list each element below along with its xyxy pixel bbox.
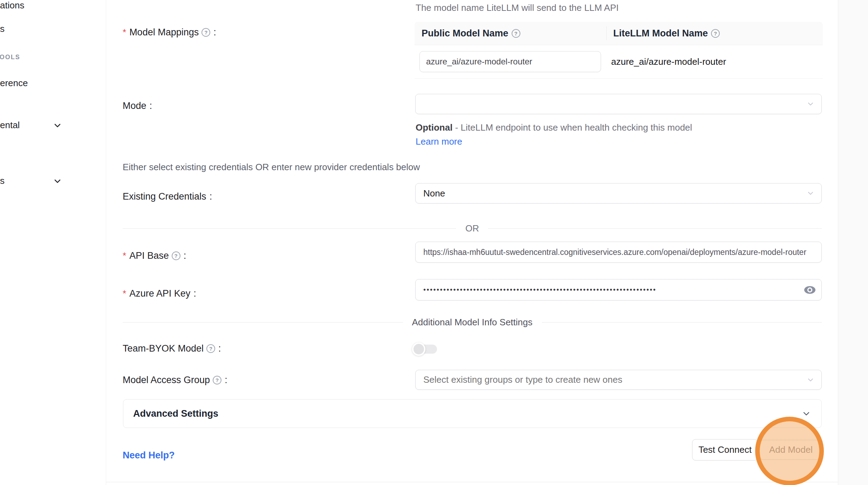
azure-api-key-label: * Azure API Key : (123, 287, 196, 300)
sidebar-item-label: ations (0, 0, 24, 11)
label-colon: : (150, 101, 152, 111)
column-header-litellm-model-name: LiteLLM Model Name ? (606, 28, 720, 39)
label-text: Azure API Key (129, 288, 190, 299)
or-divider: OR (123, 221, 822, 235)
or-divider-text: OR (465, 223, 479, 234)
chevron-down-icon (806, 375, 815, 384)
advanced-settings-title: Advanced Settings (133, 408, 218, 419)
toggle-knob (412, 342, 425, 356)
chevron-down-icon (806, 189, 815, 198)
help-icon[interactable]: ? (172, 251, 180, 260)
model-mappings-label: * Model Mappings ? : (123, 26, 216, 39)
label-text: Team-BYOK Model (123, 343, 204, 354)
model-access-group-label: Model Access Group ? : (123, 374, 227, 386)
additional-settings-divider-text: Additional Model Info Settings (412, 317, 533, 328)
azure-api-key-input[interactable]: ••••••••••••••••••••••••••••••••••••••••… (415, 279, 822, 300)
team-byok-label: Team-BYOK Model ? : (123, 342, 221, 355)
sidebar-item-api-reference[interactable]: erence (0, 77, 28, 89)
label-colon: : (210, 191, 212, 202)
required-marker: * (123, 250, 126, 261)
sidebar-item-experimental[interactable]: ental (0, 119, 20, 131)
sidebar-item-organizations[interactable]: ations (0, 0, 24, 12)
credentials-note: Either select existing credentials OR en… (123, 161, 420, 173)
label-colon: : (184, 250, 186, 261)
label-colon: : (213, 27, 216, 38)
model-mappings-table: Public Model Name ? LiteLLM Model Name ?… (415, 22, 823, 79)
header-divider (606, 26, 607, 40)
help-icon[interactable]: ? (711, 29, 720, 38)
column-header-label: Public Model Name (422, 28, 508, 39)
sidebar-item-users[interactable]: s (0, 22, 5, 35)
help-icon[interactable]: ? (206, 344, 215, 353)
api-base-input-field[interactable] (423, 242, 818, 262)
help-icon[interactable]: ? (201, 28, 210, 37)
help-icon[interactable]: ? (213, 376, 221, 384)
label-text: Mode (123, 101, 146, 111)
learn-more-link[interactable]: Learn more (416, 136, 462, 147)
chevron-down-icon[interactable] (53, 176, 62, 186)
chevron-down-icon (801, 408, 812, 419)
api-base-input[interactable] (415, 242, 822, 263)
column-header-label: LiteLLM Model Name (613, 28, 708, 39)
existing-credentials-select[interactable]: None (415, 183, 822, 203)
required-marker: * (123, 27, 126, 38)
divider-line (488, 228, 822, 229)
add-model-page: { "ui": { "required_marker": "*", "colon… (0, 0, 868, 485)
sidebar-item-label: s (0, 175, 5, 186)
label-text: Existing Credentials (123, 191, 206, 202)
public-model-name-input[interactable] (419, 51, 601, 72)
label-colon: : (193, 288, 196, 299)
need-help-link[interactable]: Need Help? (123, 449, 175, 462)
label-colon: : (225, 375, 227, 386)
model-name-helper-text: The model name LiteLLM will send to the … (416, 1, 619, 14)
divider-line (123, 228, 456, 229)
chevron-down-icon (806, 99, 815, 109)
required-marker: * (123, 288, 126, 299)
mode-label: Mode : (123, 99, 152, 112)
label-text: Model Access Group (123, 375, 210, 386)
hint-bold: Optional (416, 122, 452, 133)
chevron-down-icon[interactable] (53, 120, 62, 130)
column-header-public-model-name: Public Model Name ? (415, 28, 606, 39)
sidebar-item-label: s (0, 23, 5, 34)
team-byok-toggle[interactable] (414, 345, 437, 354)
masked-api-key: ••••••••••••••••••••••••••••••••••••••••… (423, 286, 656, 294)
mode-hint: Optional - LiteLLM endpoint to use when … (416, 120, 700, 148)
table-row: azure_ai/azure-model-router (415, 45, 823, 79)
divider-line (542, 322, 822, 323)
annotation-circle (755, 417, 824, 485)
card-bottom-border (106, 482, 838, 482)
divider-line (123, 322, 403, 323)
mode-select[interactable] (415, 94, 822, 114)
sidebar-item-label: ental (0, 120, 20, 131)
help-icon[interactable]: ? (512, 29, 520, 38)
label-colon: : (218, 343, 221, 354)
eye-icon[interactable] (804, 285, 816, 295)
page-background-strip (838, 0, 868, 485)
api-base-label: * API Base ? : (123, 249, 186, 262)
additional-settings-divider: Additional Model Info Settings (123, 315, 822, 329)
label-text: Model Mappings (129, 27, 199, 38)
sidebar-item-label: erence (0, 78, 28, 89)
advanced-settings-panel[interactable]: Advanced Settings (123, 399, 822, 428)
sidebar-item-settings[interactable]: s (0, 174, 5, 187)
hint-text: - LiteLLM endpoint to use when health ch… (452, 122, 692, 133)
sidebar: ations s TOOLS erence ental s (0, 0, 106, 485)
model-access-group-select[interactable] (415, 370, 822, 390)
label-text: API Base (129, 250, 169, 261)
table-header-row: Public Model Name ? LiteLLM Model Name ? (415, 22, 823, 45)
test-connect-button[interactable]: Test Connect (692, 439, 758, 460)
existing-credentials-label: Existing Credentials : (123, 190, 212, 203)
sidebar-section-tools: TOOLS (0, 51, 20, 63)
selected-value: None (423, 188, 445, 199)
public-model-name-input-field[interactable] (426, 51, 594, 72)
litellm-model-name-value: azure_ai/azure-model-router (611, 45, 726, 78)
sidebar-section-label: TOOLS (0, 54, 20, 61)
model-access-group-input-field[interactable] (423, 370, 800, 389)
